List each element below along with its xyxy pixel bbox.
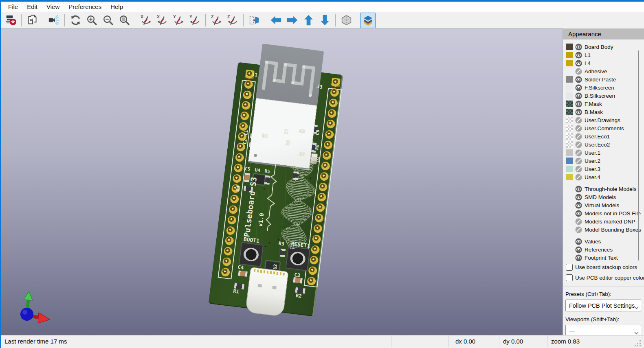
redraw-button[interactable]: [68, 13, 83, 28]
solder-paste-row[interactable]: Solder Paste: [563, 75, 644, 83]
solder-paste-color-swatch[interactable]: [566, 76, 573, 83]
eye-visible-icon[interactable]: [575, 76, 582, 83]
eye-hidden-icon[interactable]: [575, 125, 582, 132]
smd-models-row[interactable]: SMD Models: [563, 193, 644, 201]
user-1-color-swatch[interactable]: [566, 149, 573, 156]
resize-grip[interactable]: [635, 340, 636, 341]
b-silkscreen-color-swatch[interactable]: [566, 92, 573, 99]
eye-hidden-icon[interactable]: [575, 133, 582, 140]
eye-hidden-icon[interactable]: [575, 174, 582, 181]
models-marked-dnp-row[interactable]: Models marked DNP: [563, 217, 644, 225]
eye-hidden-icon[interactable]: [575, 68, 582, 75]
references-row[interactable]: References: [563, 245, 644, 254]
eye-visible-icon[interactable]: [575, 210, 582, 217]
user-3-color-swatch[interactable]: [566, 166, 573, 172]
virtual-models-row[interactable]: Virtual Models: [563, 201, 644, 209]
menu-help[interactable]: Help: [106, 2, 127, 11]
eye-visible-icon[interactable]: [575, 52, 582, 59]
menu-preferences[interactable]: Preferences: [64, 2, 106, 11]
use-pcb-editor-copper-colors-checkbox-row[interactable]: Use PCB editor copper colors: [563, 272, 644, 283]
eye-visible-icon[interactable]: [575, 186, 582, 193]
eye-hidden-icon[interactable]: [575, 149, 582, 156]
eye-hidden-icon[interactable]: [575, 158, 582, 164]
rotate-z-clockwise-button[interactable]: Z: [209, 13, 224, 28]
user-2-row[interactable]: User.2: [563, 157, 644, 165]
f-mask-row[interactable]: F.Mask: [563, 100, 644, 108]
rotate-z-counterclockwise-button[interactable]: Z: [225, 13, 240, 28]
presets-select[interactable]: Follow PCB Plot Settings: [565, 300, 641, 311]
eye-visible-icon[interactable]: [575, 254, 582, 261]
l1-color-swatch[interactable]: [566, 52, 573, 58]
user-drawings-color-swatch[interactable]: [566, 117, 573, 123]
user-2-color-swatch[interactable]: [566, 158, 573, 164]
eye-visible-icon[interactable]: [575, 60, 582, 67]
user-drawings-row[interactable]: User.Drawings: [563, 116, 644, 124]
eye-visible-icon[interactable]: [575, 101, 582, 107]
rotate-y-counterclockwise-button[interactable]: Y: [187, 13, 202, 28]
menu-file[interactable]: File: [4, 2, 22, 11]
eye-visible-icon[interactable]: [575, 109, 582, 116]
through-hole-models-row[interactable]: Through-hole Models: [563, 185, 644, 193]
eye-visible-icon[interactable]: [575, 194, 582, 201]
eye-hidden-icon[interactable]: [575, 218, 582, 225]
adhesive-row[interactable]: Adhesive: [563, 67, 644, 75]
b-mask-color-swatch[interactable]: [566, 109, 573, 115]
use-board-stackup-colors-checkbox-row[interactable]: Use board stackup colors: [563, 262, 644, 272]
user-3-row[interactable]: User.3: [563, 165, 644, 173]
rotate-x-clockwise-button[interactable]: X: [138, 13, 154, 28]
user-4-row[interactable]: User.4: [563, 173, 644, 181]
b-silkscreen-row[interactable]: B.Silkscreen: [563, 92, 644, 100]
l4-color-swatch[interactable]: [566, 60, 573, 66]
models-not-in-pos-file-row[interactable]: Models not in POS File: [563, 209, 644, 217]
user-1-row[interactable]: User.1: [563, 149, 644, 157]
board-body-row[interactable]: Board Body: [563, 43, 644, 51]
zoom-to-fit-button[interactable]: [116, 13, 132, 28]
eye-hidden-icon[interactable]: [575, 141, 582, 148]
user-4-color-swatch[interactable]: [566, 174, 573, 180]
l4-row[interactable]: L4: [563, 59, 644, 67]
f-silkscreen-color-swatch[interactable]: [566, 84, 573, 91]
appearance-manager-button[interactable]: [360, 13, 376, 28]
eye-hidden-icon[interactable]: [575, 117, 582, 124]
flip-board-button[interactable]: [246, 13, 262, 28]
user-comments-row[interactable]: User.Comments: [563, 124, 644, 132]
eye-visible-icon[interactable]: [575, 44, 582, 50]
use-board-stackup-colors-checkbox[interactable]: [566, 264, 573, 271]
reload-board-button[interactable]: [3, 13, 18, 28]
footprint-text-row[interactable]: Footprint Text: [563, 254, 644, 262]
board-body-color-swatch[interactable]: [566, 44, 573, 50]
user-eco2-color-swatch[interactable]: [566, 141, 573, 148]
eye-hidden-icon[interactable]: [575, 226, 582, 233]
user-comments-color-swatch[interactable]: [566, 125, 573, 131]
pan-left-button[interactable]: [268, 13, 284, 28]
b-mask-row[interactable]: B.Mask: [563, 108, 644, 116]
pan-down-button[interactable]: [317, 13, 332, 28]
l1-row[interactable]: L1: [563, 51, 644, 59]
eye-visible-icon[interactable]: [575, 84, 582, 91]
eye-hidden-icon[interactable]: [575, 166, 582, 173]
rotate-x-counterclockwise-button[interactable]: X: [154, 13, 170, 28]
model-bounding-boxes-row[interactable]: Model Bounding Boxes: [563, 225, 644, 234]
user-eco1-color-swatch[interactable]: [566, 133, 573, 140]
user-eco1-row[interactable]: User.Eco1: [563, 132, 644, 140]
pan-up-button[interactable]: [301, 13, 316, 28]
eye-visible-icon[interactable]: [575, 202, 582, 209]
viewports-select[interactable]: ---: [565, 325, 641, 335]
copy-image-button[interactable]: [24, 13, 40, 28]
user-eco2-row[interactable]: User.Eco2: [563, 140, 644, 149]
zoom-in-button[interactable]: [84, 13, 99, 28]
3d-viewport-canvas[interactable]: J1J3C1C2D1C5U4R5R4C7U3C6R6R7R8D2Pulseboa…: [1, 28, 563, 335]
appearance-scrollbar-thumb[interactable]: [638, 50, 639, 260]
use-pcb-editor-copper-colors-checkbox[interactable]: [566, 274, 573, 281]
orthographic-projection-button[interactable]: [338, 13, 354, 28]
menu-view[interactable]: View: [42, 2, 64, 11]
eye-visible-icon[interactable]: [575, 92, 582, 99]
values-row[interactable]: Values: [563, 237, 644, 245]
render-current-view-button[interactable]: [46, 13, 62, 28]
eye-visible-icon[interactable]: [575, 246, 582, 253]
f-mask-color-swatch[interactable]: [566, 101, 573, 107]
f-silkscreen-row[interactable]: F.Silkscreen: [563, 83, 644, 92]
eye-visible-icon[interactable]: [575, 238, 582, 245]
rotate-y-clockwise-button[interactable]: Y: [171, 13, 186, 28]
zoom-out-button[interactable]: [100, 13, 116, 28]
